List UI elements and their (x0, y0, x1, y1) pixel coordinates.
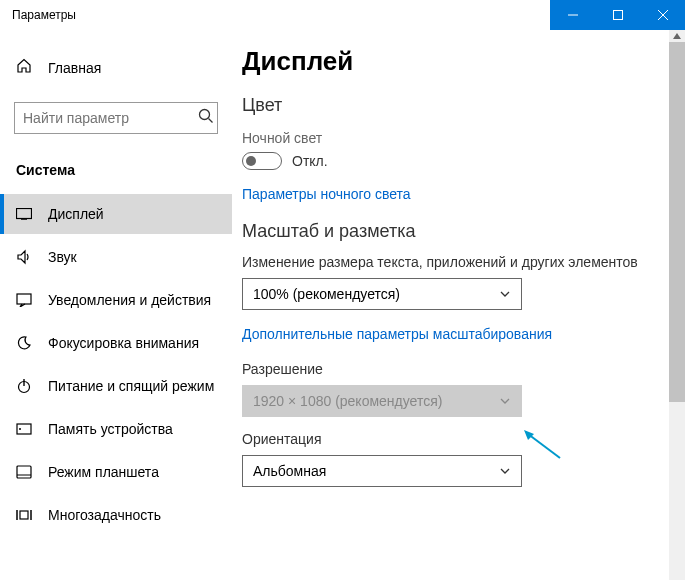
tablet-icon (16, 465, 32, 479)
resolution-label: Разрешение (242, 361, 661, 377)
minimize-button[interactable] (550, 0, 595, 30)
scrollbar-track[interactable] (669, 30, 685, 580)
toggle-knob (246, 156, 256, 166)
sidebar-item-label: Фокусировка внимания (48, 335, 199, 351)
search-icon (198, 108, 214, 128)
color-heading: Цвет (242, 95, 661, 116)
scroll-up-icon[interactable] (669, 30, 685, 42)
sidebar-item-multitasking[interactable]: Многозадачность (0, 495, 232, 535)
sidebar-item-label: Многозадачность (48, 507, 161, 523)
sidebar-item-focus[interactable]: Фокусировка внимания (0, 323, 232, 363)
svg-rect-6 (17, 209, 32, 219)
svg-point-4 (200, 110, 210, 120)
chevron-down-icon (499, 465, 511, 477)
notifications-icon (16, 293, 32, 307)
sidebar-item-label: Питание и спящий режим (48, 378, 214, 394)
advanced-scale-link[interactable]: Дополнительные параметры масштабирования (242, 326, 552, 342)
search-input[interactable] (23, 110, 198, 126)
orientation-select[interactable]: Альбомная (242, 455, 522, 487)
nightlight-settings-link[interactable]: Параметры ночного света (242, 186, 411, 202)
sidebar-item-label: Дисплей (48, 206, 104, 222)
orientation-label: Ориентация (242, 431, 661, 447)
content-area: Дисплей Цвет Ночной свет Откл. Параметры… (232, 30, 685, 580)
chevron-down-icon (499, 288, 511, 300)
scale-select[interactable]: 100% (рекомендуется) (242, 278, 522, 310)
orientation-value: Альбомная (253, 463, 326, 479)
sidebar-item-notifications[interactable]: Уведомления и действия (0, 280, 232, 320)
scrollbar-thumb[interactable] (669, 42, 685, 402)
svg-rect-17 (20, 511, 28, 519)
toggle-state: Откл. (292, 153, 328, 169)
nightlight-toggle[interactable] (242, 152, 282, 170)
display-icon (16, 208, 32, 220)
sidebar-item-label: Уведомления и действия (48, 292, 211, 308)
svg-point-12 (19, 428, 21, 430)
search-input-box[interactable] (14, 102, 218, 134)
sidebar-item-sound[interactable]: Звук (0, 237, 232, 277)
sound-icon (16, 249, 32, 265)
sidebar-item-label: Режим планшета (48, 464, 159, 480)
nightlight-label: Ночной свет (242, 130, 661, 146)
power-icon (16, 378, 32, 394)
svg-rect-8 (17, 294, 31, 304)
category-label: Система (0, 162, 232, 178)
window-controls (550, 0, 685, 30)
page-title: Дисплей (242, 46, 661, 77)
multitasking-icon (16, 509, 32, 521)
resolution-value: 1920 × 1080 (рекомендуется) (253, 393, 442, 409)
window-title: Параметры (12, 8, 76, 22)
sidebar-item-display[interactable]: Дисплей (0, 194, 232, 234)
sidebar: Главная Система Дисплей Звук Уведомления… (0, 30, 232, 580)
close-button[interactable] (640, 0, 685, 30)
home-icon (16, 58, 32, 78)
svg-rect-13 (17, 466, 31, 478)
sidebar-item-storage[interactable]: Память устройства (0, 409, 232, 449)
home-nav[interactable]: Главная (0, 48, 232, 88)
scale-heading: Масштаб и разметка (242, 221, 661, 242)
scale-field-label: Изменение размера текста, приложений и д… (242, 254, 661, 270)
chevron-down-icon (499, 395, 511, 407)
resolution-select[interactable]: 1920 × 1080 (рекомендуется) (242, 385, 522, 417)
sidebar-item-label: Звук (48, 249, 77, 265)
home-label: Главная (48, 60, 101, 76)
svg-rect-1 (613, 11, 622, 20)
sidebar-item-tablet[interactable]: Режим планшета (0, 452, 232, 492)
svg-line-5 (209, 119, 213, 123)
scale-value: 100% (рекомендуется) (253, 286, 400, 302)
sidebar-item-power[interactable]: Питание и спящий режим (0, 366, 232, 406)
maximize-button[interactable] (595, 0, 640, 30)
storage-icon (16, 423, 32, 435)
moon-icon (16, 335, 32, 351)
sidebar-item-label: Память устройства (48, 421, 173, 437)
